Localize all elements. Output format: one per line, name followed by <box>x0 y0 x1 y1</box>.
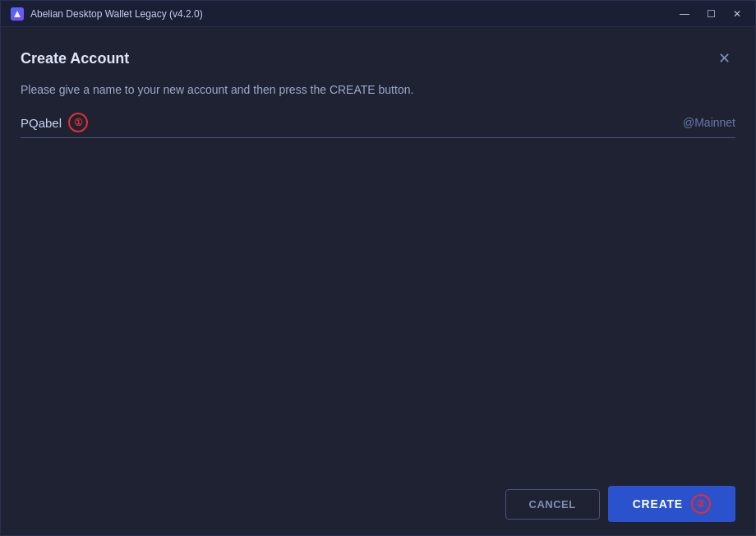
titlebar-left: Abelian Desktop Wallet Legacy (v4.2.0) <box>11 7 203 21</box>
create-button[interactable]: CREATE ② <box>608 486 735 522</box>
account-name-input[interactable] <box>88 116 683 130</box>
dialog-content: Create Account ✕ Please give a name to y… <box>1 27 755 535</box>
create-button-label: CREATE <box>633 497 683 511</box>
dialog-header: Create Account ✕ <box>21 47 735 70</box>
minimize-button[interactable]: — <box>673 5 696 23</box>
content-spacer <box>21 138 735 476</box>
window-controls: — ☐ ✕ <box>673 5 749 23</box>
network-suffix: @Mainnet <box>683 116 735 129</box>
titlebar: Abelian Desktop Wallet Legacy (v4.2.0) —… <box>1 1 755 27</box>
account-name-row: PQabel ① @Mainnet <box>21 113 735 138</box>
dialog-description: Please give a name to your new account a… <box>21 83 735 96</box>
cancel-button[interactable]: CANCEL <box>505 489 600 520</box>
dialog-title: Create Account <box>21 50 129 67</box>
dialog-close-button[interactable]: ✕ <box>712 47 735 70</box>
dialog-footer: CANCEL CREATE ② <box>21 476 735 522</box>
window-close-button[interactable]: ✕ <box>726 5 749 23</box>
input-prefix-label: PQabel <box>21 116 62 130</box>
app-window: Abelian Desktop Wallet Legacy (v4.2.0) —… <box>0 0 756 536</box>
step-one-badge: ① <box>68 113 88 132</box>
app-icon <box>11 7 24 21</box>
window-title: Abelian Desktop Wallet Legacy (v4.2.0) <box>30 8 203 20</box>
input-prefix-area: PQabel ① <box>21 113 88 132</box>
step-two-badge: ② <box>691 494 711 514</box>
maximize-button[interactable]: ☐ <box>699 5 722 23</box>
svg-marker-0 <box>14 11 21 17</box>
